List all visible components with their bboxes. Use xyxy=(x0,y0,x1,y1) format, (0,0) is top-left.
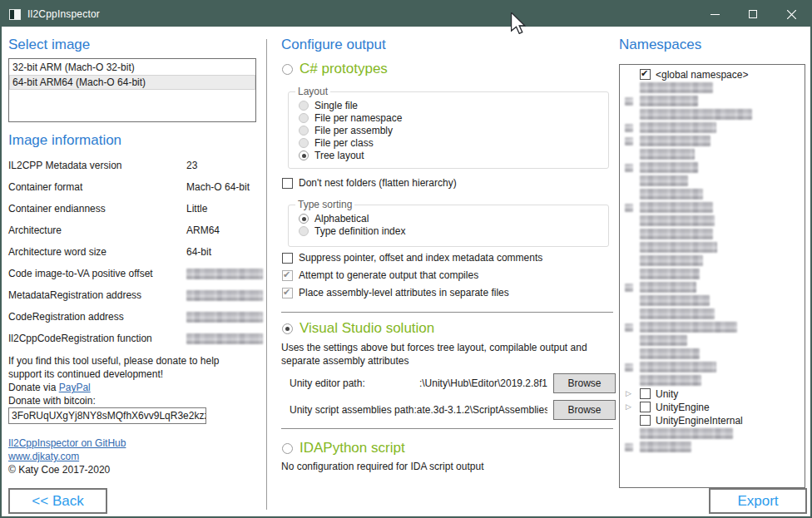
expander-icon[interactable]: ▷ xyxy=(626,388,631,399)
image-listbox[interactable]: 32-bit ARM (Mach-O 32-bit)64-bit ARM64 (… xyxy=(8,58,256,122)
close-button[interactable] xyxy=(772,2,810,27)
output-option-1[interactable]: Attempt to generate output that compiles xyxy=(282,269,478,281)
unity-assemblies-path-row: Unity script assemblies path: ate.3d-3.1… xyxy=(290,400,616,420)
output-checkbox[interactable] xyxy=(282,253,293,264)
csharp-prototypes-option[interactable]: C# prototypes xyxy=(282,61,388,77)
info-label: Code image-to-VA positive offset xyxy=(8,268,153,279)
export-button[interactable]: Export xyxy=(709,488,807,514)
namespace-row[interactable] xyxy=(620,321,805,334)
namespace-row[interactable] xyxy=(620,427,805,441)
namespace-row[interactable] xyxy=(620,121,805,135)
namespace-row[interactable] xyxy=(620,215,805,228)
unity-editor-browse-button[interactable]: Browse xyxy=(553,373,616,393)
namespace-row[interactable] xyxy=(620,95,805,108)
image-list-item[interactable]: 32-bit ARM (Mach-O 32-bit) xyxy=(9,60,255,75)
redacted-namespace xyxy=(640,96,698,106)
namespace-label: UnityEngine xyxy=(656,402,710,413)
namespace-checkbox[interactable] xyxy=(640,415,651,426)
section-separator-1 xyxy=(281,312,613,313)
layout-option[interactable]: File per assembly xyxy=(299,124,608,136)
namespace-row[interactable] xyxy=(620,361,805,374)
bitcoin-address-field[interactable]: 3FoRUqUXgYj8NY8sMQfhX6vv9LqR3e2kzz xyxy=(8,407,206,424)
output-checkbox[interactable] xyxy=(282,288,293,298)
namespace-row[interactable]: ▷UnityEngine xyxy=(620,401,805,414)
namespace-row[interactable] xyxy=(620,81,805,95)
output-checkbox-label: Place assembly-level attributes in separ… xyxy=(299,287,509,298)
namespace-row[interactable] xyxy=(620,334,805,348)
website-link[interactable]: www.djkaty.com xyxy=(8,451,79,462)
namespace-row[interactable] xyxy=(620,188,805,201)
vs-desc-line-2: separate assembly attributes xyxy=(281,354,614,368)
app-icon xyxy=(9,9,21,20)
namespace-row[interactable] xyxy=(620,108,805,121)
namespace-row[interactable]: <global namespace> xyxy=(620,68,805,81)
type-sorting-radio[interactable] xyxy=(299,226,309,236)
namespaces-listbox[interactable]: <global namespace>▷Unity▷UnityEngineUnit… xyxy=(619,64,805,488)
redacted-namespace xyxy=(640,362,716,372)
configure-output-header: Configure output xyxy=(281,37,386,53)
namespace-checkbox[interactable] xyxy=(640,402,651,412)
github-link[interactable]: Il2CppInspector on GitHub xyxy=(8,437,126,449)
info-label: Architecture word size xyxy=(8,246,106,258)
info-label: Container format xyxy=(8,181,82,193)
title-bar[interactable]: Il2CppInspector xyxy=(2,2,810,27)
namespace-row[interactable] xyxy=(620,201,805,215)
namespace-row[interactable] xyxy=(620,294,805,308)
paypal-link[interactable]: PayPal xyxy=(59,382,91,393)
back-button[interactable]: << Back xyxy=(8,488,107,514)
layout-label: Single file xyxy=(314,100,358,111)
layout-radio[interactable] xyxy=(299,150,309,160)
layout-radio[interactable] xyxy=(299,113,309,123)
namespace-row[interactable] xyxy=(620,175,805,188)
flatten-checkbox[interactable] xyxy=(282,178,293,189)
layout-option[interactable]: File per namespace xyxy=(299,111,608,124)
namespace-row[interactable]: UnityEngineInternal xyxy=(620,414,805,427)
redacted-value xyxy=(186,333,263,344)
image-list-item[interactable]: 64-bit ARM64 (Mach-O 64-bit) xyxy=(9,75,255,90)
namespace-row[interactable] xyxy=(620,241,805,254)
expander-icon[interactable]: ▷ xyxy=(626,402,631,412)
minimize-button[interactable] xyxy=(696,2,734,27)
namespace-row[interactable] xyxy=(620,281,805,294)
unity-editor-path-row: Unity editor path: :\Unity\Hub\Editor\20… xyxy=(290,373,616,393)
layout-option[interactable]: Tree layout xyxy=(299,149,608,161)
unity-assemblies-path-value: ate.3d-3.1.2\ScriptAssemblies xyxy=(417,404,547,416)
maximize-button[interactable] xyxy=(734,2,772,27)
redacted-namespace xyxy=(640,442,691,452)
namespace-row[interactable] xyxy=(620,441,805,454)
layout-radio[interactable] xyxy=(299,101,309,111)
redacted-namespace xyxy=(640,215,715,226)
namespace-row[interactable] xyxy=(620,268,805,281)
namespace-row[interactable] xyxy=(620,228,805,241)
type-sorting-option[interactable]: Type definition index xyxy=(299,224,608,237)
type-sorting-radio[interactable] xyxy=(299,214,309,224)
output-checkbox[interactable] xyxy=(282,270,293,281)
idapython-radio[interactable] xyxy=(282,443,293,454)
layout-radio[interactable] xyxy=(299,126,309,136)
csharp-prototypes-radio[interactable] xyxy=(282,64,293,75)
idapython-option[interactable]: IDAPython script xyxy=(282,440,405,456)
namespace-row[interactable] xyxy=(620,254,805,268)
namespace-checkbox[interactable] xyxy=(640,69,651,80)
namespace-row[interactable]: ▷Unity xyxy=(620,387,805,401)
type-sorting-option[interactable]: Alphabetical xyxy=(299,212,608,224)
visual-studio-option[interactable]: Visual Studio solution xyxy=(282,320,434,337)
output-option-0[interactable]: Suppress pointer, offset and index metad… xyxy=(282,252,542,264)
visual-studio-radio[interactable] xyxy=(282,323,293,334)
namespace-row[interactable] xyxy=(620,308,805,321)
image-info-table: IL2CPP Metadata version23Container forma… xyxy=(8,158,261,353)
namespace-row[interactable] xyxy=(620,161,805,175)
unity-assemblies-browse-button[interactable]: Browse xyxy=(553,400,616,420)
namespace-row[interactable] xyxy=(620,148,805,161)
flatten-option[interactable]: Don't nest folders (flatten hierarchy) xyxy=(282,177,457,189)
output-option-2[interactable]: Place assembly-level attributes in separ… xyxy=(282,287,509,298)
namespace-checkbox[interactable] xyxy=(640,388,651,399)
layout-option[interactable]: Single file xyxy=(299,99,608,111)
namespace-row[interactable] xyxy=(620,348,805,361)
namespace-row[interactable] xyxy=(620,135,805,148)
redacted-namespace xyxy=(640,375,701,386)
redacted-namespace xyxy=(640,282,696,293)
layout-radio[interactable] xyxy=(299,138,309,148)
layout-option[interactable]: File per class xyxy=(299,136,608,149)
namespace-row[interactable] xyxy=(620,374,805,387)
